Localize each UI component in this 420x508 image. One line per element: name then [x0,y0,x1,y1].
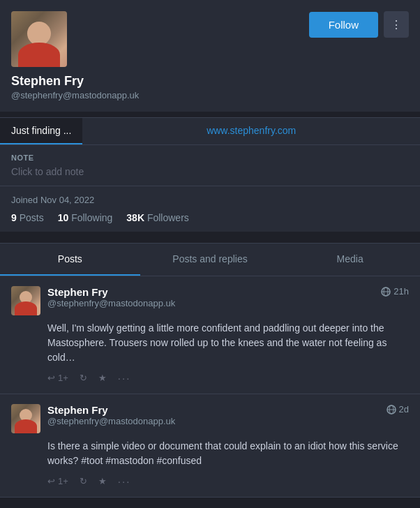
note-label: NOTE [11,154,409,162]
boost-icon-1: ↻ [80,373,87,383]
tab-posts-replies[interactable]: Posts and replies [140,244,280,276]
post-actions-2: ↩ 1+ ↻ ★ ··· [11,475,409,487]
tab-media[interactable]: Media [280,244,420,276]
post-meta-1: Stephen Fry @stephenfry@mastodonapp.uk 2… [47,286,409,308]
profile-handle: @stephenfry@mastodonapp.uk [11,90,409,100]
stats-row: 9 Posts 10 Following 38K Followers [11,212,409,223]
post-author-name-2: Stephen Fry [47,404,175,416]
post-author-name-1: Stephen Fry [47,286,175,298]
post-header-1: Stephen Fry @stephenfry@mastodonapp.uk 2… [11,286,409,315]
posts-list: Stephen Fry @stephenfry@mastodonapp.uk 2… [0,276,420,498]
tab-posts[interactable]: Posts [0,244,140,276]
fav-action-2[interactable]: ★ [98,475,107,487]
boost-action-2[interactable]: ↻ [80,475,87,487]
more-dots-icon-2: ··· [118,475,131,487]
avatar [11,11,67,67]
post-avatar-2 [11,404,40,433]
post-time-1: 21h [381,286,409,297]
profile-name: Stephen Fry [11,74,409,89]
note-section: NOTE Click to add note [0,144,420,186]
boost-icon-2: ↻ [80,476,87,486]
more-action-1[interactable]: ··· [118,372,131,384]
post-content-1: Well, I'm slowly getting a little more c… [11,321,409,365]
posts-stat[interactable]: 9 Posts [11,212,44,223]
header-actions: Follow ⋮ [309,11,409,38]
post-author-handle-2: @stephenfry@mastodonapp.uk [47,416,175,426]
section-divider [0,232,420,237]
fav-action-1[interactable]: ★ [98,372,107,384]
post-author-handle-1: @stephenfry@mastodonapp.uk [47,298,175,308]
more-action-2[interactable]: ··· [118,475,131,487]
note-placeholder[interactable]: Click to add note [11,166,409,177]
post-item-2: Stephen Fry @stephenfry@mastodonapp.uk 2… [0,394,420,498]
post-meta-2: Stephen Fry @stephenfry@mastodonapp.uk 2… [47,404,409,426]
post-author-block-2: Stephen Fry @stephenfry@mastodonapp.uk [47,404,175,426]
boost-action-1[interactable]: ↻ [80,372,87,384]
bio-tab-website[interactable]: www.stephenfry.com [82,118,420,144]
profile-top: Follow ⋮ [11,11,409,67]
more-button[interactable]: ⋮ [384,11,409,38]
reply-icon-1: ↩ [47,373,55,383]
follow-button[interactable]: Follow [309,12,378,38]
following-stat[interactable]: 10 Following [58,212,113,223]
globe-icon-2 [387,405,396,414]
fav-icon-1: ★ [98,373,107,383]
reply-action-1[interactable]: ↩ 1+ [47,372,68,384]
followers-stat[interactable]: 38K Followers [126,212,188,223]
post-avatar-1 [11,286,40,315]
post-header-2: Stephen Fry @stephenfry@mastodonapp.uk 2… [11,404,409,433]
post-item: Stephen Fry @stephenfry@mastodonapp.uk 2… [0,276,420,394]
bio-tab-finding[interactable]: Just finding ... [0,118,82,144]
bio-tabs: Just finding ... www.stephenfry.com [0,117,420,144]
profile-header: Follow ⋮ Stephen Fry @stephenfry@mastodo… [0,0,420,112]
tab-nav: Posts Posts and replies Media [0,243,420,276]
post-actions-1: ↩ 1+ ↻ ★ ··· [11,372,409,384]
fav-icon-2: ★ [98,476,107,486]
stats-section: Joined Nov 04, 2022 9 Posts 10 Following… [0,186,420,232]
joined-date: Joined Nov 04, 2022 [11,195,409,205]
post-content-2: Is there a simple video or document that… [11,439,409,468]
reply-action-2[interactable]: ↩ 1+ [47,475,68,487]
reply-icon-2: ↩ [47,476,55,486]
post-author-block-1: Stephen Fry @stephenfry@mastodonapp.uk [47,286,175,308]
more-dots-icon-1: ··· [118,372,131,384]
post-time-2: 2d [387,404,409,414]
globe-icon-1 [381,287,391,297]
